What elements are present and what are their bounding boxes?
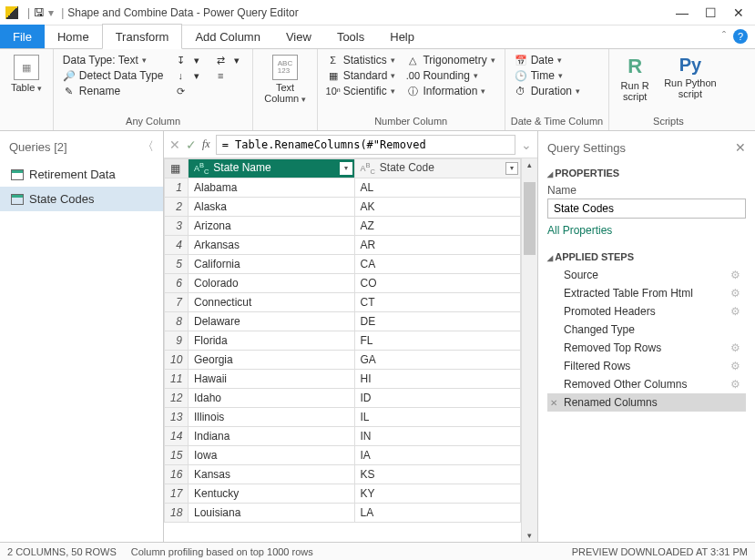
tab-home[interactable]: Home <box>45 25 102 48</box>
cell[interactable]: LA <box>354 504 521 523</box>
fx-icon[interactable]: fx <box>202 137 210 151</box>
select-all-corner[interactable]: ▦ <box>165 159 189 178</box>
pivot-button[interactable]: ⟳ <box>170 84 207 98</box>
table-row[interactable]: 9FloridaFL <box>165 331 521 351</box>
cell[interactable]: Kansas <box>189 465 355 484</box>
maximize-button[interactable]: ☐ <box>705 5 717 20</box>
gear-icon[interactable]: ⚙ <box>730 287 740 300</box>
cell[interactable]: GA <box>354 351 521 370</box>
rounding-button[interactable]: .00Rounding <box>403 68 498 83</box>
cell[interactable]: Hawaii <box>189 370 355 389</box>
table-row[interactable]: 5CaliforniaCA <box>165 255 521 274</box>
cell[interactable]: Connecticut <box>189 293 355 312</box>
formula-input[interactable] <box>216 135 515 155</box>
scroll-down-icon[interactable]: ▾ <box>522 531 537 540</box>
collapse-queries-icon[interactable]: 〈 <box>142 138 154 155</box>
tab-help[interactable]: Help <box>377 25 427 48</box>
filter-dropdown-icon[interactable]: ▾ <box>505 162 518 175</box>
table-row[interactable]: 4ArkansasAR <box>165 236 521 255</box>
run-python-button[interactable]: Py Run Python script <box>658 53 721 114</box>
move-button[interactable]: ⇄▾ <box>210 53 247 67</box>
cell[interactable]: AK <box>354 198 521 217</box>
table-row[interactable]: 13IllinoisIL <box>165 408 521 427</box>
statistics-button[interactable]: ΣStatistics <box>323 53 400 67</box>
applied-step[interactable]: Promoted Headers⚙ <box>547 302 746 321</box>
table-row[interactable]: 6ColoradoCO <box>165 274 521 293</box>
minimize-button[interactable]: — <box>676 5 689 20</box>
cell[interactable]: CO <box>354 274 521 293</box>
close-button[interactable]: ✕ <box>733 5 744 20</box>
cell[interactable]: Iowa <box>189 446 355 465</box>
tab-tools[interactable]: Tools <box>324 25 377 48</box>
time-button[interactable]: 🕒Time <box>511 68 584 83</box>
data-grid[interactable]: ▦ABC State Name▾ABC State Code▾ 1Alabama… <box>164 158 521 523</box>
cell[interactable]: ID <box>354 389 521 408</box>
tab-view[interactable]: View <box>273 25 324 48</box>
applied-step[interactable]: Renamed Columns <box>547 393 746 412</box>
tab-transform[interactable]: Transform <box>102 24 183 49</box>
query-name-input[interactable] <box>547 199 746 219</box>
cell[interactable]: Georgia <box>189 351 355 370</box>
tab-add-column[interactable]: Add Column <box>182 25 273 48</box>
applied-step[interactable]: Extracted Table From Html⚙ <box>547 284 746 302</box>
data-type-button[interactable]: Data Type: Text <box>59 53 168 67</box>
trigonometry-button[interactable]: △Trigonometry <box>403 53 498 67</box>
cell[interactable]: AL <box>354 178 521 198</box>
cell[interactable]: HI <box>354 370 521 389</box>
cell[interactable]: Colorado <box>189 274 355 293</box>
table-row[interactable]: 7ConnecticutCT <box>165 293 521 312</box>
gear-icon[interactable]: ⚙ <box>730 341 740 354</box>
run-r-button[interactable]: R Run R script <box>615 53 655 114</box>
gear-icon[interactable]: ⚙ <box>730 305 740 318</box>
table-row[interactable]: 14IndianaIN <box>165 427 521 446</box>
table-row[interactable]: 11HawaiiHI <box>165 370 521 389</box>
cell[interactable]: Illinois <box>189 408 355 427</box>
scroll-up-icon[interactable]: ▴ <box>522 160 537 169</box>
column-header[interactable]: ABC State Name▾ <box>189 159 355 178</box>
standard-button[interactable]: ▦Standard <box>323 68 400 83</box>
table-row[interactable]: 16KansasKS <box>165 465 521 484</box>
cell[interactable]: KS <box>354 465 521 484</box>
all-properties-link[interactable]: All Properties <box>547 224 746 237</box>
cell[interactable]: Arkansas <box>189 236 355 255</box>
table-row[interactable]: 10GeorgiaGA <box>165 351 521 370</box>
gear-icon[interactable]: ⚙ <box>730 269 740 281</box>
cell[interactable]: Idaho <box>189 389 355 408</box>
rename-button[interactable]: ✎Rename <box>59 84 168 98</box>
help-icon[interactable]: ? <box>733 29 748 44</box>
applied-step[interactable]: Removed Other Columns⚙ <box>547 375 746 393</box>
commit-formula-icon[interactable]: ✓ <box>186 137 197 152</box>
table-row[interactable]: 2AlaskaAK <box>165 198 521 217</box>
cell[interactable]: California <box>189 255 355 274</box>
filter-dropdown-icon[interactable]: ▾ <box>340 162 352 175</box>
table-button[interactable]: ▦ Table <box>5 53 47 114</box>
text-column-button[interactable]: ABC123 Text Column <box>259 53 311 114</box>
query-item[interactable]: Retirement Data <box>0 162 163 187</box>
cell[interactable]: FL <box>354 331 521 351</box>
table-row[interactable]: 1AlabamaAL <box>165 178 521 198</box>
cell[interactable]: Alabama <box>189 178 355 198</box>
table-row[interactable]: 3ArizonaAZ <box>165 217 521 236</box>
table-row[interactable]: 15IowaIA <box>165 446 521 465</box>
cell[interactable]: KY <box>354 484 521 504</box>
cancel-formula-icon[interactable]: ✕ <box>169 137 180 152</box>
detect-data-type-button[interactable]: 🔎Detect Data Type <box>59 68 168 83</box>
information-button[interactable]: ⓘInformation <box>403 84 498 98</box>
cell[interactable]: Florida <box>189 331 355 351</box>
cell[interactable]: AZ <box>354 217 521 236</box>
applied-step[interactable]: Changed Type <box>547 321 746 339</box>
cell[interactable]: Arizona <box>189 217 355 236</box>
cell[interactable]: Kentucky <box>189 484 355 504</box>
table-row[interactable]: 8DelawareDE <box>165 312 521 331</box>
table-row[interactable]: 18LouisianaLA <box>165 504 521 523</box>
applied-step[interactable]: Filtered Rows⚙ <box>547 357 746 375</box>
vertical-scrollbar[interactable]: ▴ ▾ <box>521 158 537 542</box>
tab-file[interactable]: File <box>0 25 45 48</box>
cell[interactable]: CT <box>354 293 521 312</box>
cell[interactable]: AR <box>354 236 521 255</box>
scroll-thumb[interactable] <box>524 182 536 255</box>
formula-dropdown-icon[interactable]: ⌄ <box>521 137 532 152</box>
table-row[interactable]: 17KentuckyKY <box>165 484 521 504</box>
cell[interactable]: Louisiana <box>189 504 355 523</box>
convert-list-button[interactable]: ≡ <box>210 68 247 83</box>
